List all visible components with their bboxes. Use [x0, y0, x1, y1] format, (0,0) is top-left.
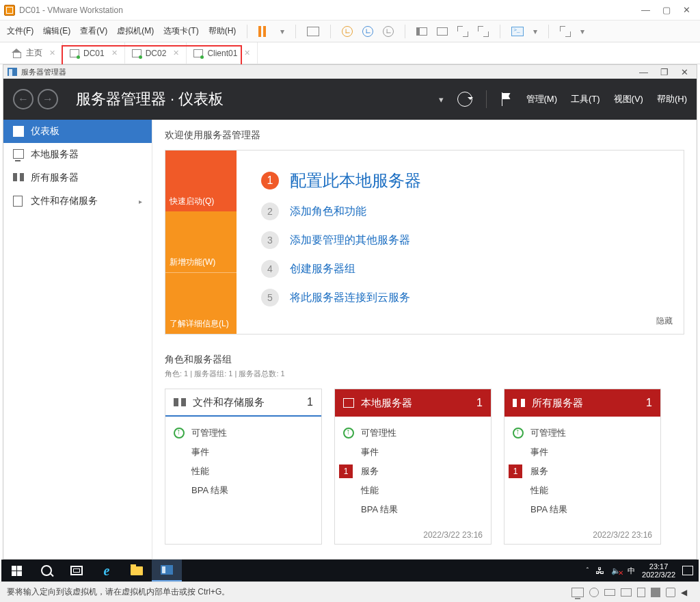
dropdown-icon[interactable]: ▾	[580, 27, 584, 36]
roles-head: 角色和服务器组	[165, 354, 684, 366]
minimize-icon[interactable]: —	[641, 5, 650, 15]
device-hdd-icon[interactable]	[604, 589, 615, 596]
step-create-group[interactable]: 4 创建服务器组	[261, 260, 659, 278]
menu-edit[interactable]: 编辑(E)	[43, 25, 70, 37]
menu-file[interactable]: 文件(F)	[7, 25, 33, 37]
display-icon[interactable]	[571, 588, 584, 597]
pause-icon[interactable]	[258, 26, 271, 37]
device-printer-icon[interactable]	[651, 588, 660, 597]
explorer-app[interactable]	[122, 560, 152, 581]
vmware-titlebar: DC01 - VMware Workstation — ▢ ✕	[0, 0, 700, 21]
nav-forward-icon[interactable]: →	[38, 89, 58, 109]
tile-row[interactable]: 性能	[513, 481, 652, 500]
device-sound-icon[interactable]	[666, 588, 675, 597]
close-icon[interactable]: ✕	[683, 5, 690, 15]
menu-view[interactable]: 查看(V)	[80, 25, 107, 37]
collapse-icon[interactable]: ◀	[681, 588, 693, 597]
hide-link[interactable]: 隐藏	[656, 315, 673, 327]
menu-vm[interactable]: 虚拟机(M)	[117, 25, 154, 37]
volume-icon[interactable]: 🔈✕	[611, 566, 621, 575]
tab-close-icon[interactable]: ✕	[111, 49, 118, 57]
search-button[interactable]	[31, 560, 62, 581]
dropdown-icon[interactable]: ▾	[439, 94, 444, 105]
quick-start-section[interactable]: 快速启动(Q)	[165, 150, 237, 211]
tab-close-icon[interactable]: ✕	[173, 49, 179, 57]
sidebar-item-local-server[interactable]: 本地服务器	[3, 143, 152, 166]
tile-row[interactable]: 事件	[174, 443, 313, 462]
tab-dc02[interactable]: DC02 ✕	[125, 42, 187, 64]
menu-view[interactable]: 视图(V)	[614, 93, 643, 105]
clock[interactable]: 23:17 2022/3/22	[642, 562, 675, 579]
refresh-icon[interactable]	[457, 92, 472, 107]
step-configure-local[interactable]: 1 配置此本地服务器	[261, 170, 659, 192]
tile-row[interactable]: 事件	[513, 443, 652, 462]
task-view-icon	[70, 566, 83, 575]
menu-help[interactable]: 帮助(H)	[208, 25, 237, 37]
sidebar-item-dashboard[interactable]: 仪表板	[3, 120, 152, 143]
network-icon[interactable]: 🖧	[595, 566, 604, 576]
learn-more-section[interactable]: 了解详细信息(L)	[165, 272, 237, 334]
snapshot-revert-icon[interactable]	[362, 26, 373, 37]
task-view-button[interactable]	[62, 560, 92, 581]
tab-dc01[interactable]: DC01 ✕	[63, 42, 125, 64]
dropdown-icon[interactable]: ▾	[280, 27, 284, 36]
sidebar-item-all-servers[interactable]: 所有服务器	[3, 166, 152, 189]
tile-row[interactable]: 1服务	[513, 462, 652, 481]
tile-row[interactable]: 性能	[343, 481, 483, 500]
tile-row[interactable]: BPA 结果	[174, 481, 313, 500]
close-icon[interactable]: ✕	[681, 67, 688, 77]
servers-icon	[513, 398, 525, 408]
ime-indicator[interactable]: 中	[628, 566, 635, 576]
menu-manage[interactable]: 管理(M)	[526, 93, 558, 105]
device-usb-icon[interactable]	[637, 588, 645, 597]
tiles: 文件和存储服务1可管理性事件性能BPA 结果本地服务器1可管理性事件1服务性能B…	[165, 389, 684, 545]
menu-tools[interactable]: 工具(T)	[571, 93, 600, 105]
snapshot-icon[interactable]	[342, 26, 353, 37]
tile-row[interactable]: BPA 结果	[513, 500, 652, 519]
menu-help[interactable]: 帮助(H)	[657, 93, 687, 105]
tab-client01[interactable]: Client01 ✕	[187, 42, 258, 64]
tile-row[interactable]: 性能	[174, 462, 313, 481]
step-add-roles[interactable]: 2 添加角色和功能	[261, 202, 659, 220]
whats-new-section[interactable]: 新增功能(W)	[165, 211, 237, 272]
maximize-icon[interactable]: ▢	[662, 5, 671, 15]
servers-icon	[13, 172, 24, 183]
tile[interactable]: 文件和存储服务1可管理性事件性能BPA 结果	[165, 389, 322, 545]
tile-row[interactable]: 可管理性	[174, 423, 313, 443]
tile-row[interactable]: 可管理性	[513, 423, 652, 443]
snapshot-manager-icon[interactable]	[383, 26, 394, 37]
nav-back-icon[interactable]: ←	[13, 89, 33, 109]
ie-app[interactable]: e	[92, 560, 122, 581]
tile-row[interactable]: 事件	[343, 443, 483, 462]
sidebar-item-file-storage[interactable]: 文件和存储服务 ▸	[3, 189, 152, 213]
notifications-flag-icon[interactable]	[500, 92, 513, 106]
tile[interactable]: 本地服务器1可管理性事件1服务性能BPA 结果2022/3/22 23:16	[334, 389, 492, 545]
device-net-icon[interactable]	[621, 588, 632, 597]
tab-close-icon[interactable]: ✕	[49, 49, 55, 57]
step-add-servers[interactable]: 3 添加要管理的其他服务器	[261, 231, 659, 249]
server-manager-app[interactable]	[152, 560, 182, 581]
tab-home[interactable]: 主页 ✕	[5, 42, 63, 64]
view-console-icon[interactable]	[437, 27, 448, 36]
minimize-icon[interactable]: —	[639, 67, 648, 77]
file-storage-icon	[174, 397, 186, 407]
device-cd-icon[interactable]	[589, 588, 599, 597]
view-single-icon[interactable]	[416, 27, 427, 36]
console-icon[interactable]	[511, 27, 524, 36]
start-button[interactable]	[1, 560, 31, 581]
tile[interactable]: 所有服务器1可管理性事件1服务性能BPA 结果2022/3/22 23:16	[504, 389, 661, 545]
tile-row[interactable]: 1服务	[343, 462, 483, 481]
menu-tabs[interactable]: 选项卡(T)	[163, 25, 198, 37]
tile-row[interactable]: 可管理性	[343, 423, 483, 443]
fit-guest-icon[interactable]	[457, 26, 468, 37]
maximize-icon[interactable]: ❐	[660, 67, 669, 77]
tab-close-icon[interactable]: ✕	[244, 49, 250, 57]
stretch-icon[interactable]	[478, 26, 489, 37]
dropdown-icon[interactable]: ▾	[533, 27, 537, 36]
tray-chevron-icon[interactable]: ˆ	[587, 567, 589, 575]
send-keys-icon[interactable]	[307, 27, 319, 36]
action-center-icon[interactable]	[682, 566, 693, 575]
tile-row[interactable]: BPA 结果	[343, 500, 483, 519]
step-connect-cloud[interactable]: 5 将此服务器连接到云服务	[261, 289, 659, 306]
fullscreen-icon[interactable]	[560, 26, 571, 37]
